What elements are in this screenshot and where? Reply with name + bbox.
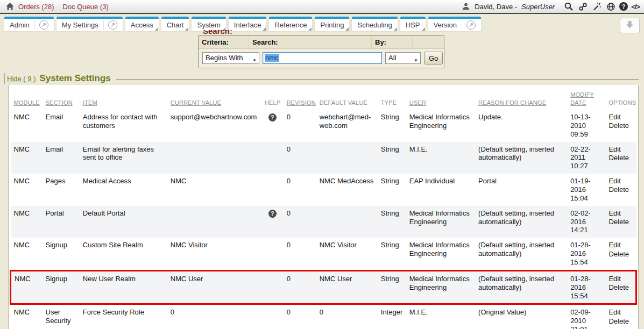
column-header-default-value: DEFAULT VALUE	[320, 99, 367, 106]
open-in-new-icon[interactable]: ↗	[466, 20, 476, 30]
help-cell	[261, 174, 284, 206]
tab-label: Chart	[167, 21, 184, 29]
cell-revision: 0	[284, 304, 316, 329]
cell-modify-date: 01-19-2016 15:04	[567, 174, 605, 206]
tab-admin[interactable]: Admin↗	[4, 17, 54, 31]
tab-chart[interactable]: Chart	[161, 17, 189, 31]
system-settings-table: MODULESECTIONITEMCURRENT VALUEHELPREVISI…	[10, 85, 637, 329]
cell-current-value	[167, 206, 261, 238]
column-header-item[interactable]: ITEM	[83, 99, 97, 106]
cell-default-value: NMC MedAccess	[316, 174, 378, 206]
open-in-new-icon[interactable]: ↗	[108, 20, 117, 30]
edit-link[interactable]: Edit	[608, 275, 632, 283]
column-header-help: HELP	[265, 99, 281, 106]
by-selected-value: All	[388, 54, 396, 62]
cell-section: Portal	[43, 206, 80, 238]
cell-type: String	[378, 142, 406, 174]
tab-interface[interactable]: Interface	[229, 17, 267, 31]
table-row: NMCPortalDefault Portal?0StringMedical I…	[11, 206, 636, 238]
edit-link[interactable]: Edit	[608, 113, 633, 121]
cell-user: Medical Informatics Engineering	[406, 238, 475, 270]
cell-type: Integer	[378, 304, 406, 329]
doc-queue-link[interactable]: Doc Queue (3)	[62, 3, 108, 11]
orders-link[interactable]: Orders (28)	[18, 3, 54, 11]
help-cell	[261, 238, 284, 270]
tab-scheduling[interactable]: Scheduling	[352, 17, 397, 31]
cell-item: Email for alerting faxes sent to office	[80, 142, 167, 174]
globe-icon[interactable]	[605, 1, 616, 12]
cell-modify-date: 10-13-2010 09:59	[567, 110, 605, 142]
delete-link[interactable]: Delete	[608, 317, 633, 326]
edit-link[interactable]: Edit	[608, 241, 633, 249]
column-header-module[interactable]: MODULE	[14, 99, 40, 106]
edit-link[interactable]: Edit	[608, 209, 633, 218]
link-icon[interactable]	[577, 1, 588, 12]
column-header-revision[interactable]: REVISION	[287, 99, 316, 106]
tab-jump-section: ↗	[34, 20, 48, 30]
search-input[interactable]: nmc	[263, 52, 382, 64]
tab-reference[interactable]: Reference	[269, 17, 312, 31]
column-header-section[interactable]: SECTION	[46, 99, 73, 106]
tab-version[interactable]: Version↗	[428, 17, 481, 31]
tab-printing[interactable]: Printing	[315, 17, 349, 31]
tab-label: Printing	[320, 21, 344, 29]
delete-link[interactable]: Delete	[608, 185, 633, 194]
hide-link[interactable]: Hide ( 9 )	[7, 75, 36, 83]
column-header-user[interactable]: USER	[409, 99, 426, 106]
tab-hsp[interactable]: HSP	[400, 17, 426, 31]
tab-system[interactable]: System	[192, 17, 225, 31]
delete-link[interactable]: Delete	[608, 250, 633, 259]
open-in-new-icon[interactable]: ↗	[39, 20, 48, 30]
cell-module: NMC	[11, 174, 43, 206]
table-row: NMCEmailEmail for alerting faxes sent to…	[11, 142, 636, 174]
search-cell: nmc	[261, 52, 384, 64]
cell-module: NMC	[11, 142, 43, 174]
delete-link[interactable]: Delete	[608, 218, 633, 226]
column-header-current-value[interactable]: CURRENT VALUE	[171, 99, 222, 106]
cell-modify-date: 01-28-2016 15:54	[567, 270, 605, 304]
delete-link[interactable]: Delete	[608, 154, 633, 162]
home-icon[interactable]	[4, 1, 15, 12]
cell-current-value: 0	[167, 304, 261, 329]
by-label: By:	[372, 36, 413, 48]
section-header: Hide ( 9 ) System Settings	[4, 73, 639, 84]
search-icon[interactable]	[563, 1, 574, 12]
user-icon	[461, 1, 471, 12]
tab-access[interactable]: Access	[125, 17, 159, 31]
criteria-select[interactable]: Begins With	[202, 52, 259, 64]
table-row: NMCEmailAddress for contact with custome…	[11, 110, 636, 142]
cell-item: Custom Site Realm	[80, 238, 167, 270]
edit-link[interactable]: Edit	[608, 177, 633, 185]
help-icon[interactable]: ?	[268, 210, 277, 218]
collapse-toolbar-button[interactable]	[620, 18, 640, 33]
search-panel-controls: Begins With nmc All Go	[199, 49, 444, 68]
options-cell: EditDelete	[605, 206, 636, 238]
help-icon[interactable]: ?	[619, 2, 628, 11]
wand-icon[interactable]	[591, 1, 602, 12]
delete-link[interactable]: Delete	[608, 283, 632, 292]
cell-item: Force Security Role	[80, 304, 167, 329]
tab-jump-section: ↗	[462, 20, 476, 30]
cell-default-value: NMC Visitor	[316, 238, 378, 270]
options-cell: EditDelete	[605, 304, 636, 329]
column-header-modify-date[interactable]: MODIFY DATE	[570, 91, 594, 106]
column-header-type: TYPE	[381, 99, 397, 106]
tab-label: Admin	[10, 21, 30, 29]
cell-module: NMC	[11, 270, 43, 304]
table-row: NMCSignupNew User RealmNMC User0NMC User…	[11, 270, 636, 304]
options-cell: EditDelete	[605, 174, 636, 206]
cell-current-value: support@webchartnow.com	[167, 110, 261, 142]
help-icon[interactable]: ?	[268, 113, 277, 121]
code-icon[interactable]: </>	[631, 3, 640, 11]
by-select[interactable]: All	[385, 52, 421, 64]
go-button[interactable]: Go	[424, 52, 443, 65]
delete-link[interactable]: Delete	[608, 121, 633, 130]
column-header-reason-for-change[interactable]: REASON FOR CHANGE	[478, 99, 546, 106]
cell-item: New User Realm	[80, 270, 167, 304]
edit-link[interactable]: Edit	[608, 308, 633, 317]
cell-user: M.I.E.	[406, 304, 475, 329]
cell-default-value: NMC User	[316, 270, 378, 304]
edit-link[interactable]: Edit	[608, 145, 633, 154]
cell-modify-date: 02-02-2016 14:21	[567, 206, 605, 238]
tab-my-settings[interactable]: My Settings↗	[56, 17, 123, 31]
